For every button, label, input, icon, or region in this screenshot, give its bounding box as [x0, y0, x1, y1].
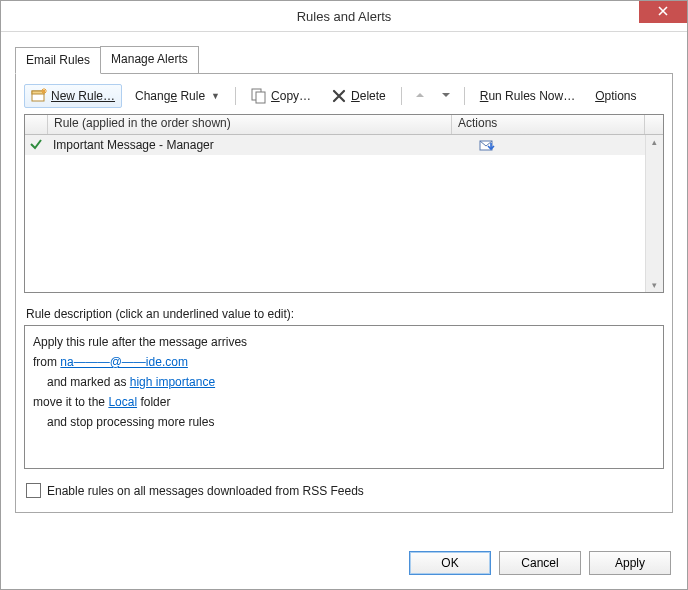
row-actions: [475, 137, 663, 153]
tab-label: Email Rules: [26, 53, 90, 67]
tab-panel: New Rule… Change Rule ▼ Copy…: [15, 73, 673, 513]
rule-description-box: Apply this rule after the message arrive…: [24, 325, 664, 469]
column-rule[interactable]: Rule (applied in the order shown): [48, 115, 452, 134]
new-rule-icon: [31, 88, 47, 104]
rules-grid: Rule (applied in the order shown) Action…: [24, 114, 664, 293]
scroll-down-icon: ▾: [650, 278, 659, 292]
close-icon: [658, 5, 668, 19]
importance-link[interactable]: high importance: [130, 375, 215, 389]
delete-button[interactable]: Delete: [324, 84, 393, 108]
copy-button[interactable]: Copy…: [244, 84, 318, 108]
change-rule-button[interactable]: Change Rule ▼: [128, 85, 227, 107]
row-rule-name: Important Message - Manager: [47, 138, 475, 152]
column-scroll-gutter: [645, 115, 663, 134]
scroll-up-icon: ▴: [650, 135, 659, 149]
desc-line: move it to the Local folder: [33, 392, 655, 412]
tab-strip: Email Rules Manage Alerts: [15, 46, 673, 73]
tab-manage-alerts[interactable]: Manage Alerts: [100, 46, 199, 73]
cancel-button[interactable]: Cancel: [499, 551, 581, 575]
chevron-down-icon: ▼: [211, 91, 220, 101]
table-row[interactable]: Important Message - Manager: [25, 135, 663, 155]
separator: [464, 87, 465, 105]
rules-and-alerts-dialog: Rules and Alerts Email Rules Manage Aler…: [0, 0, 688, 590]
move-down-button[interactable]: [436, 87, 456, 106]
desc-line: Apply this rule after the message arrive…: [33, 332, 655, 352]
desc-line: from na———@——ide.com: [33, 352, 655, 372]
titlebar: Rules and Alerts: [1, 1, 687, 32]
folder-link[interactable]: Local: [108, 395, 137, 409]
options-button[interactable]: Options: [588, 85, 643, 107]
column-checkbox[interactable]: [25, 115, 48, 134]
separator: [401, 87, 402, 105]
rss-label[interactable]: Enable rules on all messages downloaded …: [47, 484, 364, 498]
new-rule-label: New Rule…: [51, 89, 115, 103]
arrow-up-icon: [414, 90, 426, 104]
toolbar: New Rule… Change Rule ▼ Copy…: [24, 82, 664, 114]
move-up-button[interactable]: [410, 87, 430, 106]
from-address-link[interactable]: na———@——ide.com: [60, 355, 188, 369]
dialog-footer: OK Cancel Apply: [409, 551, 671, 575]
close-button[interactable]: [639, 1, 687, 23]
tab-label: Manage Alerts: [111, 52, 188, 66]
desc-line: and marked as high importance: [33, 372, 655, 392]
change-rule-label: Change Rule: [135, 89, 205, 103]
ok-button[interactable]: OK: [409, 551, 491, 575]
desc-line: and stop processing more rules: [33, 412, 655, 432]
new-rule-button[interactable]: New Rule…: [24, 84, 122, 108]
apply-button[interactable]: Apply: [589, 551, 671, 575]
copy-icon: [251, 88, 267, 104]
options-label: Options: [595, 89, 636, 103]
run-rules-label: Run Rules Now…: [480, 89, 575, 103]
vertical-scrollbar[interactable]: ▴ ▾: [645, 135, 663, 292]
svg-rect-7: [256, 92, 265, 103]
rule-description-label: Rule description (click an underlined va…: [26, 307, 662, 321]
tab-email-rules[interactable]: Email Rules: [15, 47, 101, 74]
rss-checkbox-row: Enable rules on all messages downloaded …: [26, 483, 662, 498]
separator: [235, 87, 236, 105]
copy-label: Copy…: [271, 89, 311, 103]
arrow-down-icon: [440, 90, 452, 104]
checkmark-icon: [29, 137, 43, 154]
rss-checkbox[interactable]: [26, 483, 41, 498]
window-title: Rules and Alerts: [297, 9, 392, 24]
grid-body: Important Message - Manager ▴ ▾: [25, 135, 663, 292]
row-checkbox[interactable]: [25, 137, 47, 154]
column-actions[interactable]: Actions: [452, 115, 645, 134]
run-rules-now-button[interactable]: Run Rules Now…: [473, 85, 582, 107]
grid-header: Rule (applied in the order shown) Action…: [25, 115, 663, 135]
delete-icon: [331, 88, 347, 104]
delete-label: Delete: [351, 89, 386, 103]
move-to-folder-icon: [479, 137, 495, 153]
